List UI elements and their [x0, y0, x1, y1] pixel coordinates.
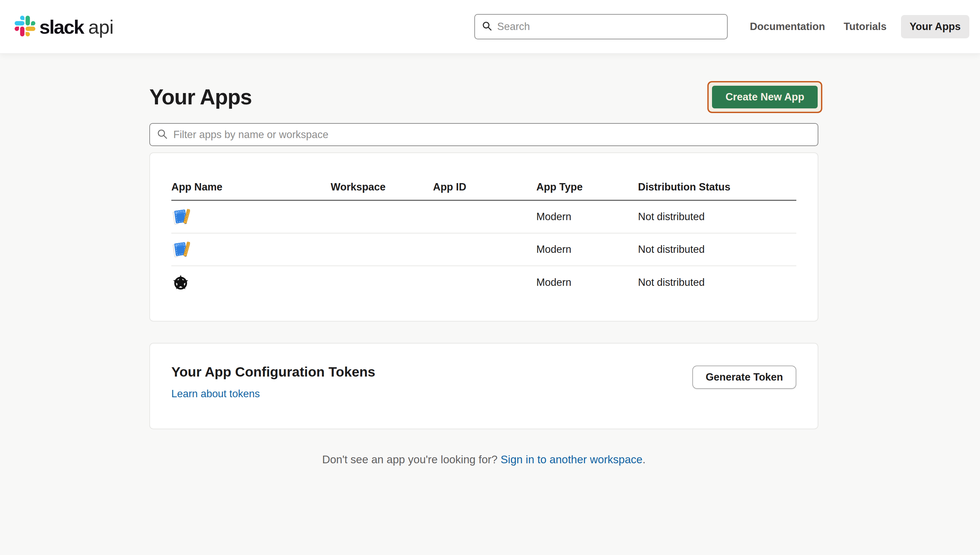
table-row[interactable]: Modern Not distributed: [171, 201, 796, 233]
column-app-type: App Type: [536, 181, 638, 193]
distribution-status-cell: Not distributed: [638, 211, 796, 223]
footer-note: Don't see an app you're looking for? Sig…: [149, 453, 819, 466]
table-body: Modern Not distributed: [150, 201, 818, 299]
app-name-cell[interactable]: [171, 273, 331, 292]
logo-wordmark-api: api: [88, 16, 114, 38]
title-row: Your Apps Create New App: [149, 81, 819, 113]
app-name-cell[interactable]: [171, 240, 331, 259]
search-icon: [482, 21, 492, 33]
column-app-name: App Name: [171, 181, 331, 193]
create-new-app-button[interactable]: Create New App: [712, 86, 818, 108]
filter-apps-input[interactable]: [173, 129, 811, 141]
sign-in-another-workspace-link[interactable]: Sign in to another workspace: [501, 453, 643, 466]
app-name-cell[interactable]: [171, 207, 331, 226]
nav-documentation[interactable]: Documentation: [750, 21, 825, 33]
page-title: Your Apps: [149, 85, 252, 109]
blueprint-book-icon: [171, 207, 190, 226]
tokens-card-title: Your App Configuration Tokens: [171, 364, 375, 380]
header-search-box[interactable]: [474, 14, 727, 39]
tokens-card: Your App Configuration Tokens Learn abou…: [149, 343, 819, 429]
column-distribution-status: Distribution Status: [638, 181, 796, 193]
logo-wordmark-slack: slack: [39, 16, 84, 38]
apps-table-header-row: App Name Workspace App ID App Type Distr…: [171, 153, 796, 201]
main-content: Your Apps Create New App App Name Worksp…: [149, 81, 819, 466]
filter-search-icon: [157, 128, 168, 141]
table-row[interactable]: Modern Not distributed: [171, 233, 796, 266]
generate-token-button[interactable]: Generate Token: [692, 366, 796, 389]
column-workspace: Workspace: [331, 181, 433, 193]
star-badge-icon: [171, 273, 190, 292]
table-bottom-padding: [150, 299, 818, 321]
blueprint-book-icon: [171, 240, 190, 259]
app-type-cell: Modern: [536, 211, 638, 223]
slack-pinwheel-icon: [15, 16, 35, 38]
apps-table-card: App Name Workspace App ID App Type Distr…: [149, 152, 819, 322]
nav-tutorials[interactable]: Tutorials: [844, 21, 887, 33]
column-app-id: App ID: [433, 181, 536, 193]
filter-apps-box[interactable]: [149, 123, 819, 146]
slack-api-logo[interactable]: slack api: [15, 16, 114, 38]
table-row[interactable]: Modern Not distributed: [171, 266, 796, 299]
app-type-cell: Modern: [536, 244, 638, 255]
nav-your-apps-active[interactable]: Your Apps: [901, 15, 969, 38]
site-header: slack api Documentation Tutorials Your A…: [0, 0, 980, 53]
footer-note-suffix: .: [642, 453, 645, 466]
learn-about-tokens-link[interactable]: Learn about tokens: [171, 388, 260, 400]
distribution-status-cell: Not distributed: [638, 276, 796, 289]
distribution-status-cell: Not distributed: [638, 244, 796, 255]
tokens-card-text: Your App Configuration Tokens Learn abou…: [171, 364, 375, 400]
app-type-cell: Modern: [536, 276, 638, 289]
header-search-input[interactable]: [497, 21, 720, 33]
create-new-app-focus-ring: Create New App: [707, 81, 822, 113]
top-nav: Documentation Tutorials Your Apps: [750, 15, 969, 38]
footer-note-text: Don't see an app you're looking for?: [322, 453, 500, 466]
